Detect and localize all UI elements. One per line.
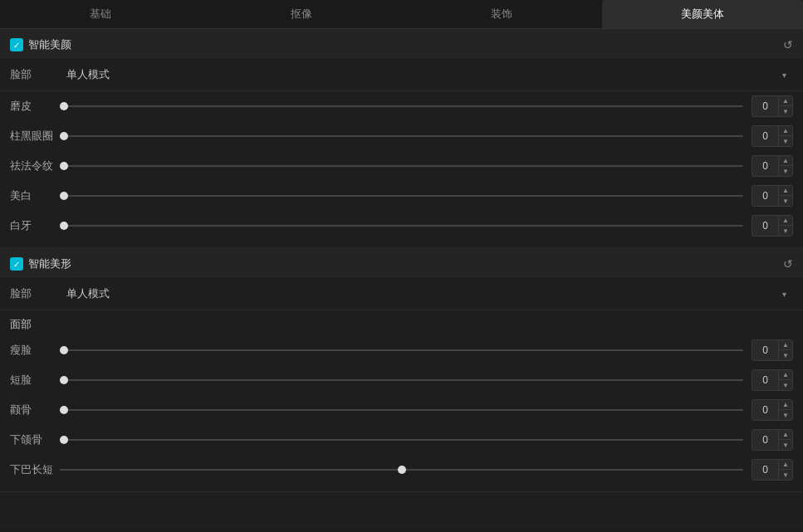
thin-face-input: 0 ▲ ▼: [752, 339, 793, 361]
chin-length-arrows: ▲ ▼: [778, 460, 792, 480]
grinding-down[interactable]: ▼: [779, 106, 792, 116]
chin-length-thumb[interactable]: [398, 466, 406, 474]
thin-face-up[interactable]: ▲: [779, 340, 792, 350]
short-face-value: 0: [752, 373, 778, 388]
magic-down[interactable]: ▼: [779, 166, 792, 176]
cheekbone-down[interactable]: ▼: [779, 410, 792, 420]
lower-jaw-down[interactable]: ▼: [779, 440, 792, 450]
checkmark-icon-2: ✓: [13, 260, 20, 269]
eyelashes-thumb[interactable]: [60, 132, 68, 140]
cheekbone-input: 0 ▲ ▼: [752, 399, 793, 421]
beauty-shape-mode-row: 脸部 单人模式 ▾: [0, 278, 803, 310]
teeth-up[interactable]: ▲: [779, 216, 792, 226]
eyelashes-slider[interactable]: [60, 128, 743, 144]
grinding-up[interactable]: ▲: [779, 96, 792, 106]
cheekbone-thumb[interactable]: [60, 406, 68, 414]
tab-portrait[interactable]: 抠像: [201, 0, 402, 28]
grinding-slider[interactable]: [60, 98, 743, 115]
chin-length-slider[interactable]: [60, 461, 743, 478]
whiten-thumb[interactable]: [60, 192, 68, 200]
thin-face-label: 瘦脸: [10, 343, 60, 358]
cheekbone-up[interactable]: ▲: [779, 400, 792, 410]
grinding-row: 磨皮 0 ▲ ▼: [0, 91, 803, 121]
beauty-face-reset-icon[interactable]: ↺: [783, 38, 793, 51]
chevron-down-icon-2: ▾: [782, 290, 786, 299]
lower-jaw-up[interactable]: ▲: [779, 430, 792, 440]
tab-beauty[interactable]: 美颜美体: [602, 0, 803, 28]
teeth-down[interactable]: ▼: [779, 226, 792, 236]
whiten-row: 美白 0 ▲ ▼: [0, 181, 803, 211]
face-label-2: 脸部: [10, 286, 60, 301]
cheekbone-arrows: ▲ ▼: [778, 400, 792, 420]
cheekbone-slider[interactable]: [60, 402, 743, 418]
whiten-down[interactable]: ▼: [779, 196, 792, 206]
cheekbone-value: 0: [752, 403, 778, 417]
magic-slider[interactable]: [60, 158, 743, 174]
beauty-face-checkbox[interactable]: ✓: [10, 38, 23, 51]
short-face-thumb[interactable]: [60, 376, 68, 384]
whiten-slider[interactable]: [60, 188, 743, 204]
magic-arrows: ▲ ▼: [778, 156, 792, 176]
short-face-input: 0 ▲ ▼: [752, 369, 793, 391]
face-mode-value-2: 单人模式: [66, 286, 110, 301]
thin-face-thumb[interactable]: [60, 346, 68, 354]
beauty-shape-title: ✓ 智能美形: [10, 256, 71, 271]
tab-sticker[interactable]: 装饰: [402, 0, 603, 28]
eyelashes-input: 0 ▲ ▼: [752, 125, 793, 147]
thin-face-value: 0: [752, 343, 778, 358]
lower-jaw-track: [60, 439, 743, 441]
chin-length-row: 下巴长短 0 ▲ ▼: [0, 455, 803, 485]
beauty-shape-section: ✓ 智能美形 ↺ 脸部 单人模式 ▾ 面部 瘦脸 0: [0, 248, 803, 492]
teeth-input: 0 ▲ ▼: [752, 215, 793, 237]
chevron-down-icon-1: ▾: [782, 71, 786, 80]
short-face-down[interactable]: ▼: [779, 380, 792, 390]
thin-face-track: [60, 349, 743, 351]
grinding-arrows: ▲ ▼: [778, 96, 792, 116]
beauty-face-label: 智能美颜: [28, 37, 71, 52]
grinding-thumb[interactable]: [60, 102, 68, 110]
lower-jaw-row: 下颌骨 0 ▲ ▼: [0, 425, 803, 455]
face-mode-select-2[interactable]: 单人模式 ▾: [60, 283, 793, 305]
thin-face-down[interactable]: ▼: [779, 350, 792, 360]
short-face-slider[interactable]: [60, 372, 743, 388]
short-face-up[interactable]: ▲: [779, 370, 792, 380]
magic-up[interactable]: ▲: [779, 156, 792, 166]
cheekbone-row: 颧骨 0 ▲ ▼: [0, 395, 803, 425]
grinding-label: 磨皮: [10, 99, 60, 114]
chin-length-up[interactable]: ▲: [779, 460, 792, 470]
lower-jaw-label: 下颌骨: [10, 432, 60, 447]
teeth-thumb[interactable]: [60, 222, 68, 230]
beauty-face-title: ✓ 智能美颜: [10, 37, 71, 52]
magic-row: 祛法令纹 0 ▲ ▼: [0, 151, 803, 181]
eyelashes-down[interactable]: ▼: [779, 136, 792, 146]
whiten-up[interactable]: ▲: [779, 186, 792, 196]
whiten-value: 0: [752, 188, 778, 203]
chin-length-down[interactable]: ▼: [779, 470, 792, 480]
eyelashes-up[interactable]: ▲: [779, 126, 792, 136]
lower-jaw-value: 0: [752, 432, 778, 447]
lower-jaw-thumb[interactable]: [60, 436, 68, 444]
teeth-value: 0: [752, 218, 778, 233]
magic-label: 祛法令纹: [10, 159, 60, 173]
beauty-face-mode-row: 脸部 单人模式 ▾: [0, 59, 803, 91]
teeth-track: [60, 225, 743, 227]
teeth-row: 白牙 0 ▲ ▼: [0, 211, 803, 241]
teeth-arrows: ▲ ▼: [778, 216, 792, 236]
beauty-shape-reset-icon[interactable]: ↺: [783, 257, 793, 271]
grinding-value: 0: [752, 99, 778, 114]
thin-face-slider[interactable]: [60, 342, 743, 359]
face-mode-value-1: 单人模式: [66, 67, 110, 82]
magic-thumb[interactable]: [60, 162, 68, 170]
beauty-face-section: ✓ 智能美颜 ↺ 脸部 单人模式 ▾ 磨皮 0: [0, 29, 803, 248]
whiten-label: 美白: [10, 188, 60, 203]
tab-basic[interactable]: 基础: [0, 0, 201, 28]
checkmark-icon: ✓: [13, 41, 20, 50]
face-mode-select-1[interactable]: 单人模式 ▾: [60, 64, 793, 85]
cheekbone-track: [60, 409, 743, 411]
cheekbone-label: 颧骨: [10, 403, 60, 417]
beauty-shape-checkbox[interactable]: ✓: [10, 257, 23, 271]
lower-jaw-input: 0 ▲ ▼: [752, 429, 793, 451]
teeth-slider[interactable]: [60, 217, 743, 234]
chin-length-input: 0 ▲ ▼: [752, 459, 793, 481]
lower-jaw-slider[interactable]: [60, 432, 743, 448]
